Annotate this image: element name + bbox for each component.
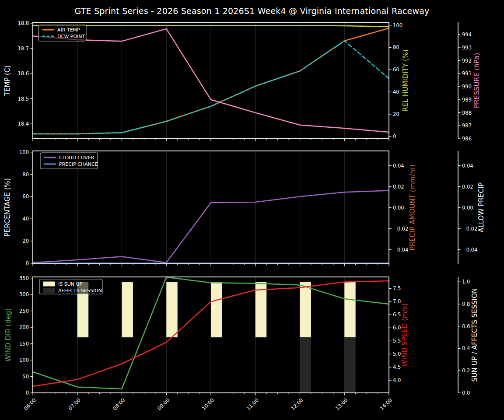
x-tick-label: 10:00 bbox=[201, 397, 215, 411]
axis-label-sun-up-affects-session: SUN UP / AFFECTS SESSION bbox=[471, 288, 479, 382]
y-tick-label: 60 bbox=[22, 193, 29, 200]
x-tick-label: 11:00 bbox=[245, 397, 260, 411]
y-tick-label: 0.0 bbox=[462, 390, 470, 396]
bar-is-sun-up bbox=[344, 282, 355, 337]
x-tick-label: 08:00 bbox=[112, 397, 126, 411]
y-tick-label: 80 bbox=[393, 44, 399, 50]
y-tick-label: 20 bbox=[393, 111, 399, 117]
y-tick-label: 0 bbox=[26, 390, 29, 396]
chart-precipitation: 020406080100PERCENTAGE (%)0.040.020.00−0… bbox=[4, 149, 485, 266]
y-tick-label: 6.5 bbox=[393, 312, 401, 318]
y-tick-label: 987 bbox=[462, 122, 472, 129]
y-tick-label: 4.5 bbox=[393, 364, 401, 370]
axis-label-percentage: PERCENTAGE (%) bbox=[4, 178, 11, 237]
y-tick-label: 1.0 bbox=[462, 279, 470, 285]
y-tick-label: 4.0 bbox=[393, 377, 401, 383]
legend-label-dew-point: DEW POINT bbox=[57, 34, 85, 39]
legend-label-cloud-cover: CLOUD COVER bbox=[59, 155, 94, 161]
y-tick-label: 6.0 bbox=[393, 325, 401, 331]
bar-affects-session bbox=[300, 337, 311, 393]
y-tick-label: 994 bbox=[462, 32, 472, 38]
y-tick-label: 20 bbox=[22, 238, 29, 244]
y-tick-label: 7.0 bbox=[393, 298, 401, 304]
axis-label-precip-amount-mm-hr: PRECIP AMOUNT (mm/hr) bbox=[409, 164, 416, 251]
y-tick-label: 300 bbox=[19, 291, 29, 298]
y-tick-label: 18.7 bbox=[18, 46, 29, 52]
y-tick-label: 990 bbox=[462, 84, 472, 90]
y-tick-label: 0 bbox=[26, 260, 29, 266]
axis-label-temp-c: TEMP (C) bbox=[4, 65, 11, 96]
axis-label-rel-humidity: REL HUMIDITY (%) bbox=[402, 49, 410, 112]
y-tick-label: 100 bbox=[19, 357, 29, 363]
y-tick-label: 0.8 bbox=[462, 301, 470, 307]
axis-label-pressure-hpa: PRESSURE (hPa) bbox=[473, 53, 481, 108]
bar-affects-session bbox=[344, 337, 355, 393]
x-tick-label: 06:00 bbox=[23, 397, 37, 411]
x-tick-label: 13:00 bbox=[334, 397, 349, 411]
y-tick-label: 5.0 bbox=[393, 351, 401, 357]
y-tick-label: 18.8 bbox=[18, 20, 29, 26]
legend-label-air-temp: AIR TEMP bbox=[57, 27, 80, 33]
y-tick-label: 250 bbox=[19, 308, 29, 314]
y-tick-label: 150 bbox=[19, 341, 29, 347]
bar-is-sun-up bbox=[122, 282, 133, 337]
legend-label-is-sun-up: IS SUN UP bbox=[58, 281, 83, 287]
y-tick-label: 0 bbox=[393, 133, 396, 140]
y-tick-label: 0.04 bbox=[462, 163, 473, 169]
y-tick-label: 986 bbox=[462, 136, 472, 142]
y-tick-label: 0.00 bbox=[393, 205, 404, 211]
y-tick-label: 350 bbox=[19, 275, 29, 281]
y-tick-label: 989 bbox=[462, 97, 472, 103]
chart-wind: 06:0007:0008:0009:0010:0011:0012:0013:00… bbox=[4, 275, 479, 412]
figure: GTE Sprint Series - 2026 Season 1 2026S1… bbox=[0, 0, 504, 420]
y-tick-label: 80 bbox=[22, 172, 29, 178]
y-tick-label: 100 bbox=[19, 149, 29, 155]
y-tick-label: 40 bbox=[393, 89, 399, 95]
y-tick-label: −0.02 bbox=[462, 226, 477, 232]
y-tick-label: 0.6 bbox=[462, 323, 470, 329]
x-tick-label: 07:00 bbox=[67, 397, 82, 411]
y-tick-label: 60 bbox=[393, 66, 399, 73]
legend-temperature: AIR TEMPDEW POINT bbox=[38, 25, 86, 41]
legend-swatch-is-sun-up bbox=[43, 282, 55, 287]
y-tick-label: 18.4 bbox=[18, 121, 29, 127]
axis-label-wind-dir-deg: WIND DIR (deg) bbox=[4, 308, 12, 362]
y-tick-label: 0.02 bbox=[462, 184, 473, 190]
y-tick-label: 0.02 bbox=[393, 184, 404, 190]
y-tick-label: 991 bbox=[462, 70, 472, 77]
axis-label-allow-precip: ALLOW PRECIP bbox=[477, 182, 485, 232]
y-tick-label: 0.00 bbox=[462, 205, 473, 211]
x-tick-label: 09:00 bbox=[156, 397, 171, 411]
y-tick-label: 50 bbox=[22, 374, 29, 380]
bar-is-sun-up bbox=[300, 282, 311, 337]
legend-label-precip-chance: PRECIP CHANCE bbox=[59, 161, 98, 167]
y-tick-label: −0.02 bbox=[393, 226, 408, 232]
axis-label-wind-speed-m-s: WIND SPEED (m/s) bbox=[401, 303, 409, 366]
chart-temperature: 18.418.518.618.718.8TEMP (C)020406080100… bbox=[4, 20, 481, 142]
bar-is-sun-up bbox=[166, 282, 177, 337]
y-tick-label: 7.5 bbox=[393, 285, 401, 291]
y-tick-label: 0.2 bbox=[462, 368, 470, 374]
y-tick-label: −0.04 bbox=[462, 247, 477, 253]
chart-title: GTE Sprint Series - 2026 Season 1 2026S1… bbox=[0, 6, 504, 16]
y-tick-label: 18.5 bbox=[18, 96, 29, 102]
y-tick-label: 100 bbox=[393, 22, 402, 28]
y-tick-label: −0.04 bbox=[393, 247, 408, 253]
legend-precipitation: CLOUD COVERPRECIP CHANCE bbox=[40, 153, 98, 169]
x-tick-label: 12:00 bbox=[290, 397, 304, 411]
y-tick-label: 0.4 bbox=[462, 345, 470, 351]
y-tick-label: 5.5 bbox=[393, 338, 401, 344]
bar-is-sun-up bbox=[211, 282, 222, 337]
legend-wind: IS SUN UPAFFECTS SESSION bbox=[39, 279, 102, 294]
y-tick-label: 988 bbox=[462, 110, 472, 116]
weather-charts-svg: 18.418.518.618.718.8TEMP (C)020406080100… bbox=[0, 0, 504, 420]
y-tick-label: 0.04 bbox=[393, 163, 404, 169]
y-tick-label: 992 bbox=[462, 58, 472, 64]
y-tick-label: 993 bbox=[462, 45, 472, 51]
legend-swatch-affects-session bbox=[43, 288, 55, 293]
y-tick-label: 18.6 bbox=[18, 70, 29, 77]
y-tick-label: 200 bbox=[19, 324, 29, 330]
y-tick-label: 40 bbox=[22, 216, 29, 222]
legend-label-affects-session: AFFECTS SESSION bbox=[58, 288, 102, 294]
x-tick-label: 14:00 bbox=[379, 397, 393, 411]
